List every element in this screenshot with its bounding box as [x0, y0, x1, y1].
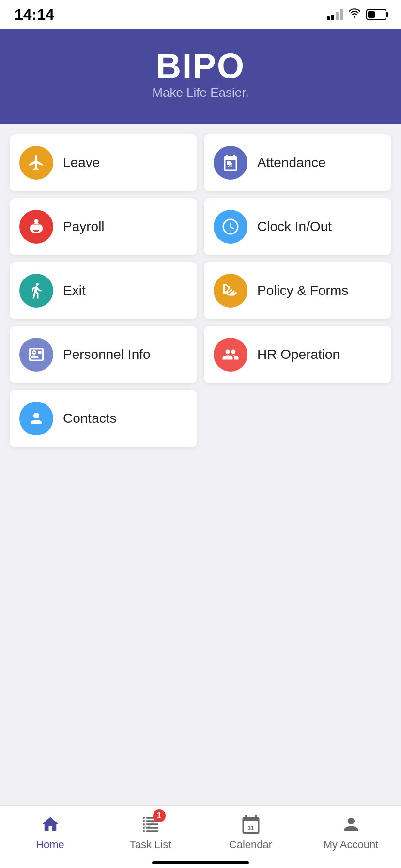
menu-item-contacts[interactable]: Contacts [10, 390, 197, 447]
policyforms-icon-circle [214, 274, 247, 308]
app-tagline: Make Life Easier. [152, 85, 248, 100]
plane-icon [28, 154, 45, 171]
battery-icon [366, 9, 386, 20]
calendar-31-icon: 31 [222, 154, 239, 171]
nav-item-home[interactable]: Home [0, 813, 100, 851]
tasklist-nav-icon: 1 [139, 813, 162, 836]
exit-icon-circle [19, 274, 53, 308]
calendar-nav-label: Calendar [229, 838, 272, 851]
menu-grid: Leave 31 Attendance $ Payroll [10, 134, 391, 447]
myaccount-nav-label: My Account [324, 838, 379, 851]
leave-icon-circle [19, 146, 53, 180]
menu-item-exit[interactable]: Exit [10, 262, 197, 319]
person-card-icon [28, 346, 45, 363]
hroperation-label: HR Operation [257, 347, 340, 362]
status-icons [327, 8, 386, 21]
personnelinfo-icon-circle [19, 338, 53, 372]
menu-item-policyforms[interactable]: Policy & Forms [204, 262, 391, 319]
exit-person-icon [28, 282, 45, 299]
app-logo: BIPO [156, 48, 245, 83]
hroperation-icon-circle [214, 338, 247, 372]
menu-item-hroperation[interactable]: HR Operation [204, 326, 391, 383]
clock-icon [222, 218, 239, 235]
handshake-icon [222, 282, 239, 299]
app-header: BIPO Make Life Easier. [0, 29, 401, 124]
money-bag-icon: $ [28, 218, 45, 235]
status-bar: 14:14 [0, 0, 401, 29]
contacts-icon-circle [19, 402, 53, 435]
home-indicator [152, 861, 249, 864]
attendance-icon-circle: 31 [214, 146, 247, 180]
contacts-label: Contacts [63, 411, 117, 426]
menu-item-leave[interactable]: Leave [10, 134, 197, 191]
svg-text:31: 31 [228, 162, 233, 168]
contact-person-icon [28, 410, 45, 427]
status-time: 14:14 [15, 6, 54, 24]
menu-item-payroll[interactable]: $ Payroll [10, 198, 197, 255]
calendar-nav-icon: 31 [240, 813, 262, 836]
menu-item-clockinout[interactable]: Clock In/Out [204, 198, 391, 255]
menu-item-personnelinfo[interactable]: Personnel Info [10, 326, 197, 383]
hr-group-icon [222, 346, 239, 363]
svg-text:31: 31 [247, 825, 254, 832]
clockinout-icon-circle [214, 210, 247, 244]
personnelinfo-label: Personnel Info [63, 347, 151, 362]
tasklist-badge: 1 [153, 809, 166, 822]
home-nav-label: Home [36, 838, 64, 851]
menu-item-attendance[interactable]: 31 Attendance [204, 134, 391, 191]
exit-label: Exit [63, 283, 86, 298]
bottom-nav: Home 1 Task List 31 Calendar [0, 805, 401, 868]
signal-icon [327, 9, 343, 20]
leave-label: Leave [63, 155, 100, 170]
payroll-icon-circle: $ [19, 210, 53, 244]
nav-item-calendar[interactable]: 31 Calendar [200, 813, 301, 851]
tasklist-nav-label: Task List [130, 838, 171, 851]
main-content: Leave 31 Attendance $ Payroll [0, 124, 401, 525]
policyforms-label: Policy & Forms [257, 283, 348, 298]
payroll-label: Payroll [63, 219, 105, 234]
home-nav-icon [39, 813, 62, 836]
nav-item-myaccount[interactable]: My Account [301, 813, 401, 851]
clockinout-label: Clock In/Out [257, 219, 332, 234]
nav-item-tasklist[interactable]: 1 Task List [100, 813, 200, 851]
attendance-label: Attendance [257, 155, 326, 170]
wifi-icon [348, 8, 361, 21]
myaccount-nav-icon [340, 813, 362, 836]
